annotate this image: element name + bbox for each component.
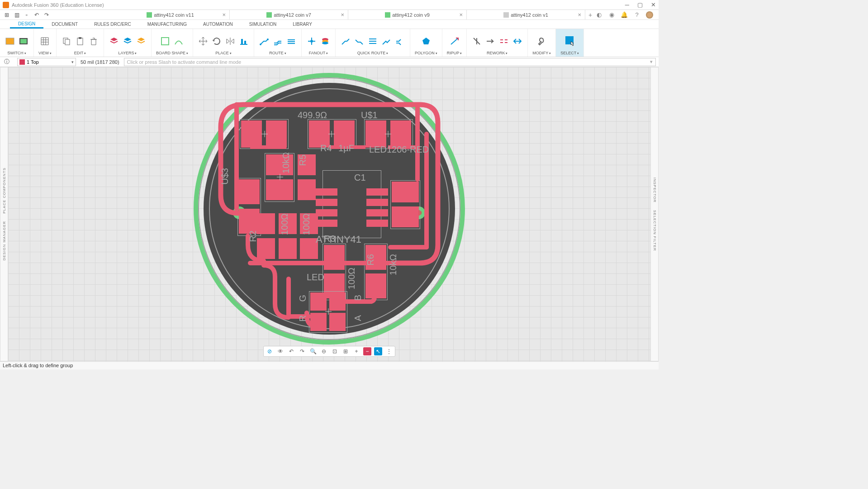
route-multi-icon[interactable] bbox=[286, 36, 297, 47]
nav-back-icon[interactable]: ↶ bbox=[287, 347, 295, 355]
tab-close-icon[interactable]: × bbox=[222, 11, 226, 18]
info-icon[interactable]: ⓘ bbox=[3, 58, 11, 66]
board-curve-icon[interactable] bbox=[173, 36, 184, 47]
nav-fwd-icon[interactable]: ↷ bbox=[298, 347, 306, 355]
redo-icon[interactable]: ↷ bbox=[43, 11, 51, 19]
file-icon[interactable]: ▥ bbox=[13, 11, 21, 19]
tab-close-icon[interactable]: × bbox=[459, 11, 463, 18]
doc-tab[interactable]: attiny412 coin v7 × bbox=[230, 10, 348, 19]
visibility-icon[interactable]: 👁 bbox=[276, 347, 285, 355]
align-icon[interactable] bbox=[238, 36, 249, 47]
notifications-icon[interactable]: 🔔 bbox=[621, 11, 628, 19]
copper-trace[interactable] bbox=[415, 102, 420, 182]
ribbon-layers-label[interactable]: LAYERS bbox=[119, 51, 137, 55]
quickroute-2-icon[interactable] bbox=[354, 36, 365, 47]
tab-close-icon[interactable]: × bbox=[578, 11, 581, 18]
cursor-mode-icon[interactable]: ↖ bbox=[374, 347, 382, 355]
tab-close-icon[interactable]: × bbox=[341, 11, 344, 18]
menu-design[interactable]: DESIGN bbox=[10, 20, 43, 29]
doc-tab-active[interactable]: attiny412 coin v9 × bbox=[348, 10, 467, 19]
move-icon[interactable] bbox=[198, 36, 209, 47]
ic-pad[interactable] bbox=[316, 199, 337, 206]
user-avatar[interactable] bbox=[646, 11, 653, 19]
rail-design-manager[interactable]: DESIGN MANAGER bbox=[2, 221, 6, 260]
ribbon-boardshape-label[interactable]: BOARD SHAPE bbox=[156, 51, 188, 55]
ribbon-route-label[interactable]: ROUTE bbox=[269, 51, 286, 55]
copper-trace[interactable] bbox=[388, 245, 429, 249]
menu-rules[interactable]: RULES DRC/ERC bbox=[86, 20, 139, 29]
paste-icon[interactable] bbox=[75, 36, 85, 47]
menu-document[interactable]: DOCUMENT bbox=[43, 20, 86, 29]
doc-tab[interactable]: attiny412 coin v11 × bbox=[111, 10, 230, 19]
rework-slice-icon[interactable] bbox=[471, 36, 482, 47]
delete-icon[interactable] bbox=[88, 36, 99, 47]
copper-trace[interactable] bbox=[234, 102, 420, 107]
menu-automation[interactable]: AUTOMATION bbox=[195, 20, 241, 29]
rework-arrow-icon[interactable] bbox=[485, 36, 496, 47]
pcb-canvas[interactable]: 499.9Ω U$1 R4 1µF LED1206-RED U$3 R5 10k… bbox=[8, 67, 650, 361]
errors-icon[interactable]: ⊘ bbox=[266, 347, 274, 355]
ribbon-view-label[interactable]: VIEW bbox=[38, 51, 52, 55]
copper-trace[interactable] bbox=[286, 277, 291, 317]
quickroute-3-icon[interactable] bbox=[367, 36, 378, 47]
ic-pad[interactable] bbox=[366, 188, 388, 196]
rail-inspector[interactable]: INSPECTOR bbox=[653, 177, 657, 203]
ic-pad[interactable] bbox=[316, 220, 337, 227]
new-tab-button[interactable]: + bbox=[585, 10, 595, 19]
quickroute-1-icon[interactable] bbox=[340, 36, 351, 47]
undo-icon[interactable]: ↶ bbox=[33, 11, 41, 19]
layer-dropdown[interactable]: 1 Top ▾ bbox=[17, 58, 76, 66]
rework-break-icon[interactable] bbox=[498, 36, 509, 47]
fanout-signal-icon[interactable] bbox=[306, 36, 317, 47]
job-status-icon[interactable]: ◉ bbox=[608, 11, 615, 19]
menu-simulation[interactable]: SIMULATION bbox=[241, 20, 285, 29]
save-icon[interactable]: ▫ bbox=[23, 11, 31, 19]
zoom-fit-icon[interactable]: ⊡ bbox=[331, 347, 339, 355]
ripup-icon[interactable] bbox=[449, 36, 460, 47]
board-outline-icon[interactable] bbox=[160, 36, 171, 47]
rail-place-components[interactable]: PLACE COMPONENTS bbox=[2, 168, 6, 214]
copper-pad[interactable] bbox=[257, 213, 275, 234]
quickroute-5-icon[interactable] bbox=[394, 36, 405, 47]
quickroute-4-icon[interactable] bbox=[381, 36, 392, 47]
copper-trace[interactable] bbox=[250, 145, 286, 149]
ribbon-rework-label[interactable]: REWORK bbox=[487, 51, 508, 55]
ic-pad[interactable] bbox=[316, 188, 337, 196]
select-cursor-icon[interactable] bbox=[564, 36, 575, 47]
zoom-out-icon[interactable]: ⊖ bbox=[320, 347, 328, 355]
grid-icon[interactable] bbox=[39, 36, 50, 47]
rotate-icon[interactable] bbox=[211, 36, 222, 47]
menu-library[interactable]: LIBRARY bbox=[285, 20, 320, 29]
copper-trace[interactable] bbox=[234, 102, 239, 211]
ribbon-fanout-label[interactable]: FANOUT bbox=[309, 51, 328, 55]
stop-icon[interactable]: − bbox=[363, 347, 371, 355]
maximize-button[interactable]: ▢ bbox=[637, 1, 643, 8]
layers-red-icon[interactable] bbox=[109, 36, 119, 47]
minimize-button[interactable]: ─ bbox=[625, 1, 629, 8]
rework-trim-icon[interactable] bbox=[512, 36, 523, 47]
pcb-board[interactable]: 499.9Ω U$1 R4 1µF LED1206-RED U$3 R5 10k… bbox=[194, 73, 465, 345]
route-manual-icon[interactable] bbox=[259, 36, 270, 47]
menu-manufacturing[interactable]: MANUFACTURING bbox=[139, 20, 195, 29]
command-line-input[interactable]: Click or press Slash to activate command… bbox=[124, 58, 656, 66]
ic-pad[interactable] bbox=[366, 220, 388, 227]
ribbon-modify-label[interactable]: MODIFY bbox=[532, 51, 551, 55]
layers-orange-icon[interactable] bbox=[136, 36, 147, 47]
ribbon-polygon-label[interactable]: POLYGON bbox=[415, 51, 437, 55]
help-icon[interactable]: ? bbox=[633, 11, 640, 19]
copy-icon[interactable] bbox=[61, 36, 72, 47]
copper-pad[interactable] bbox=[257, 238, 275, 259]
grid-toggle-icon[interactable]: ⊞ bbox=[342, 347, 350, 355]
ic-pad[interactable] bbox=[366, 199, 388, 206]
layers-blue-icon[interactable] bbox=[122, 36, 133, 47]
apps-grid-icon[interactable]: ⊞ bbox=[3, 11, 11, 19]
polygon-icon[interactable] bbox=[421, 36, 432, 47]
more-icon[interactable]: ⋮ bbox=[385, 347, 393, 355]
mirror-icon[interactable] bbox=[225, 36, 236, 47]
ribbon-edit-label[interactable]: EDIT bbox=[74, 51, 86, 55]
copper-pad[interactable] bbox=[300, 238, 318, 259]
modify-wrench-icon[interactable] bbox=[536, 36, 547, 47]
extensions-icon[interactable]: ◐ bbox=[595, 11, 602, 19]
copper-pad[interactable] bbox=[279, 238, 297, 259]
ribbon-switch-label[interactable]: SWITCH bbox=[7, 51, 26, 55]
